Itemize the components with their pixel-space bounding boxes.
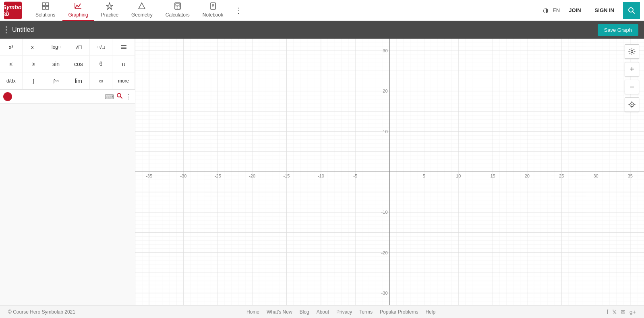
zoom-in-button[interactable]: + <box>625 62 639 76</box>
svg-rect-16 <box>211 3 215 9</box>
svg-rect-3 <box>46 6 49 9</box>
svg-point-14 <box>177 8 178 8</box>
footer-links: Home What's New Blog About Privacy Terms… <box>246 309 435 315</box>
math-toolbar: x² x□ log□ √□ □√□ ≤ ≥ sin cos θ π d/dx ∫… <box>0 39 135 90</box>
solutions-label: Solutions <box>35 12 55 18</box>
math-theta[interactable]: θ <box>90 56 112 72</box>
sidebar: x² x□ log□ √□ □√□ ≤ ≥ sin cos θ π d/dx ∫… <box>0 39 135 305</box>
svg-point-10 <box>176 6 176 7</box>
footer-social: f 𝕏 ✉ g+ <box>607 309 636 315</box>
svg-marker-6 <box>106 3 113 9</box>
signin-button[interactable]: SIGN IN <box>590 5 619 16</box>
social-plus-icon[interactable]: g+ <box>630 309 636 315</box>
nav-graphing[interactable]: Graphing <box>62 0 93 21</box>
footer: © Course Hero Symbolab 2021 Home What's … <box>0 305 644 318</box>
nav-items: Solutions Graphing Practice <box>30 0 543 21</box>
math-pi[interactable]: π <box>112 56 135 72</box>
top-navigation: Symbolab Solutions Graphin <box>0 0 644 21</box>
footer-privacy[interactable]: Privacy <box>336 309 352 315</box>
solutions-icon <box>41 2 50 11</box>
nav-solutions[interactable]: Solutions <box>30 0 61 21</box>
notebook-label: Notebook <box>203 12 223 18</box>
math-sin[interactable]: sin <box>45 56 68 72</box>
graph-title: Untitled <box>12 26 593 33</box>
graph-header: Untitled Save Graph <box>0 21 644 39</box>
expression-input-row: ⌨ ⋮ <box>0 90 135 104</box>
graph-controls: + − <box>625 44 639 112</box>
math-cos[interactable]: cos <box>67 56 90 72</box>
svg-rect-1 <box>46 3 49 6</box>
math-infinity[interactable]: ∞ <box>90 72 112 89</box>
graphing-label: Graphing <box>68 12 88 18</box>
math-more[interactable]: more <box>112 72 135 89</box>
math-nth-root[interactable]: □√□ <box>90 39 112 56</box>
footer-terms[interactable]: Terms <box>359 309 373 315</box>
footer-popular-problems[interactable]: Popular Problems <box>380 309 418 315</box>
nav-right: ◑ EN JOIN SIGN IN <box>543 2 640 19</box>
math-x-power[interactable]: x□ <box>23 39 45 56</box>
math-integral[interactable]: ∫ <box>23 72 45 89</box>
nav-more-button[interactable]: ⋮ <box>230 3 246 18</box>
svg-line-21 <box>633 11 635 13</box>
expression-more-button[interactable]: ⋮ <box>125 93 132 101</box>
locate-button[interactable] <box>625 97 639 112</box>
math-definite-integral[interactable]: ∫ab <box>45 72 68 89</box>
footer-help[interactable]: Help <box>425 309 435 315</box>
math-sqrt[interactable]: √□ <box>67 39 90 56</box>
practice-label: Practice <box>101 12 118 18</box>
math-le[interactable]: ≤ <box>0 56 23 72</box>
svg-rect-2 <box>42 6 45 9</box>
math-derivative[interactable]: d/dx <box>0 72 23 89</box>
join-button[interactable]: JOIN <box>564 5 586 16</box>
input-actions: ⌨ ⋮ <box>105 93 132 101</box>
logo[interactable]: Symbolab <box>4 2 22 19</box>
calculators-icon <box>174 2 182 11</box>
footer-whats-new[interactable]: What's New <box>267 309 292 315</box>
svg-marker-7 <box>139 3 145 9</box>
search-expression-button[interactable] <box>116 93 123 101</box>
facebook-icon[interactable]: f <box>607 309 608 315</box>
nav-notebook[interactable]: Notebook <box>197 0 229 21</box>
svg-point-29 <box>632 104 633 105</box>
footer-copyright: © Course Hero Symbolab 2021 <box>8 309 75 315</box>
calculators-label: Calculators <box>166 12 190 18</box>
footer-home[interactable]: Home <box>246 309 259 315</box>
math-log[interactable]: log□ <box>45 39 68 56</box>
zoom-out-button[interactable]: − <box>625 80 639 94</box>
search-button[interactable] <box>623 2 640 19</box>
svg-point-12 <box>179 6 180 7</box>
save-graph-button[interactable]: Save Graph <box>598 24 638 36</box>
settings-button[interactable] <box>625 44 639 59</box>
math-fraction[interactable] <box>112 39 135 56</box>
graph-canvas <box>135 39 644 305</box>
logo-text: Symbolab <box>3 4 23 17</box>
svg-point-15 <box>179 8 180 8</box>
theme-toggle-button[interactable]: ◑ <box>543 6 549 14</box>
nav-geometry[interactable]: Geometry <box>126 0 158 21</box>
math-ge[interactable]: ≥ <box>23 56 45 72</box>
math-x-squared[interactable]: x² <box>0 39 23 56</box>
dots-menu-button[interactable] <box>6 26 7 33</box>
footer-blog[interactable]: Blog <box>300 309 309 315</box>
nav-practice[interactable]: Practice <box>95 0 124 21</box>
language-button[interactable]: EN <box>553 7 560 13</box>
expression-color-dot <box>3 92 12 101</box>
nav-calculators[interactable]: Calculators <box>160 0 195 21</box>
geometry-icon <box>138 2 146 11</box>
email-icon[interactable]: ✉ <box>621 309 625 315</box>
footer-about[interactable]: About <box>317 309 329 315</box>
svg-line-26 <box>120 97 122 98</box>
twitter-icon[interactable]: 𝕏 <box>612 309 617 315</box>
svg-point-13 <box>176 8 176 8</box>
keyboard-toggle-button[interactable]: ⌨ <box>105 93 114 101</box>
svg-point-11 <box>177 6 178 7</box>
graph-canvas-area[interactable] <box>135 39 644 305</box>
notebook-icon <box>209 2 217 11</box>
expression-input[interactable] <box>14 93 102 100</box>
practice-icon <box>106 2 114 11</box>
svg-rect-0 <box>42 3 45 6</box>
graphing-icon <box>74 2 82 11</box>
math-lim[interactable]: lim <box>67 72 90 89</box>
svg-point-27 <box>631 51 633 53</box>
geometry-label: Geometry <box>131 12 153 18</box>
